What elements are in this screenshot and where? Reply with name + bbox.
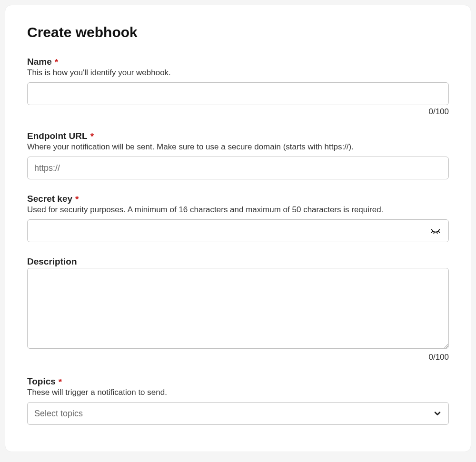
webhook-form-card: Create webhook Name * This is how you'll… xyxy=(5,5,471,452)
required-icon: * xyxy=(55,58,58,67)
topics-group: Topics * These will trigger a notificati… xyxy=(27,376,449,425)
secret-help: Used for security purposes. A minimum of… xyxy=(27,205,449,215)
name-input[interactable] xyxy=(27,82,449,105)
topics-label: Topics xyxy=(27,376,56,387)
name-counter: 0/100 xyxy=(27,107,449,117)
required-icon: * xyxy=(75,195,79,204)
toggle-visibility-button[interactable] xyxy=(422,220,448,242)
eye-closed-icon xyxy=(430,226,441,236)
endpoint-label-row: Endpoint URL * xyxy=(27,131,449,141)
secret-group: Secret key * Used for security purposes.… xyxy=(27,194,449,242)
topics-help: These will trigger a notification to sen… xyxy=(27,388,449,397)
page-title: Create webhook xyxy=(27,24,449,40)
svg-line-1 xyxy=(434,232,434,233)
topics-label-row: Topics * xyxy=(27,376,449,387)
secret-label: Secret key xyxy=(27,194,72,204)
svg-line-3 xyxy=(438,231,439,233)
endpoint-input[interactable] xyxy=(27,157,449,179)
name-label: Name xyxy=(27,57,52,67)
secret-input-wrap xyxy=(27,219,449,242)
description-counter: 0/100 xyxy=(27,353,449,362)
svg-line-0 xyxy=(431,231,432,233)
topics-select-wrap: Select topics xyxy=(27,402,449,425)
endpoint-group: Endpoint URL * Where your notification w… xyxy=(27,131,449,179)
secret-input[interactable] xyxy=(28,220,422,242)
endpoint-label: Endpoint URL xyxy=(27,131,88,141)
endpoint-help: Where your notification will be sent. Ma… xyxy=(27,142,449,152)
name-group: Name * This is how you'll identify your … xyxy=(27,57,449,117)
name-label-row: Name * xyxy=(27,57,449,67)
topics-placeholder: Select topics xyxy=(34,409,83,419)
required-icon: * xyxy=(90,132,94,141)
description-label: Description xyxy=(27,256,77,267)
topics-select[interactable]: Select topics xyxy=(27,402,449,425)
description-input[interactable] xyxy=(27,268,449,349)
svg-line-2 xyxy=(436,232,437,233)
required-icon: * xyxy=(59,377,62,386)
name-help: This is how you'll identify your webhook… xyxy=(27,68,449,78)
description-label-row: Description xyxy=(27,256,449,267)
description-group: Description 0/100 xyxy=(27,256,449,362)
secret-label-row: Secret key * xyxy=(27,194,449,204)
